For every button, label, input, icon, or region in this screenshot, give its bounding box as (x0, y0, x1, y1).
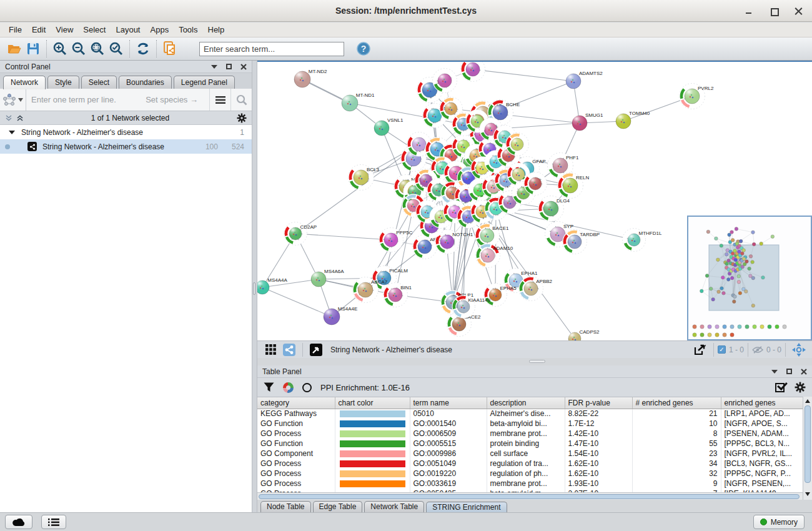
menu-edit[interactable]: Edit (27, 23, 51, 36)
network-collection-row[interactable]: String Network - Alzheimer's disease 1 (0, 125, 252, 139)
refresh-button[interactable] (134, 39, 152, 58)
enrichment-chart-icon[interactable] (283, 382, 294, 393)
network-node-pvrl2[interactable]: PVRL2 (679, 83, 714, 109)
column-header-fdr-p-value[interactable]: FDR p-value (565, 397, 632, 409)
zoom-selected-button[interactable] (107, 39, 126, 58)
network-node[interactable] (524, 172, 547, 196)
set-species-hint[interactable]: Set species → (146, 95, 198, 104)
open-session-button[interactable] (5, 39, 24, 58)
tab-node-table[interactable]: Node Table (260, 501, 311, 512)
remove-chart-icon[interactable] (302, 383, 312, 392)
vertical-splitter[interactable] (252, 61, 257, 512)
table-row[interactable]: GO ProcessGO:0033619membrane prot...1.93… (257, 479, 803, 489)
horizontal-scrollbar[interactable] (257, 492, 803, 500)
scroll-up-icon[interactable] (805, 399, 810, 403)
search-input[interactable] (199, 42, 344, 56)
birdseye-overview[interactable] (687, 216, 812, 340)
network-node-dlg4[interactable]: DLG4 (538, 196, 570, 222)
cloud-tasks-button[interactable] (5, 515, 32, 529)
maximize-button[interactable] (770, 7, 778, 16)
close-button[interactable] (795, 7, 803, 16)
network-node-cd2ap[interactable]: CD2AP (284, 222, 317, 246)
column-header-description[interactable]: description (487, 397, 565, 409)
column-header-category[interactable]: category (257, 397, 335, 409)
menu-apps[interactable]: Apps (146, 23, 174, 36)
table-row[interactable]: GO ProcessGO:0051049regulation of tra...… (257, 459, 803, 469)
expand-all-icon[interactable] (5, 114, 12, 122)
network-node-cadps2[interactable]: CADPS2 (568, 329, 600, 340)
network-node-bcl3[interactable]: BCL3 (348, 164, 379, 191)
task-history-button[interactable] (41, 515, 66, 529)
string-term-input[interactable] (31, 95, 146, 104)
tab-edge-table[interactable]: Edge Table (313, 501, 363, 512)
tab-style[interactable]: Style (47, 76, 79, 89)
zoom-out-button[interactable] (69, 39, 88, 58)
network-node[interactable] (438, 96, 464, 122)
clone-network-button[interactable] (161, 39, 179, 58)
menu-file[interactable]: File (4, 23, 27, 36)
menu-view[interactable]: View (51, 23, 78, 36)
enrichment-table[interactable]: categorychart colorterm namedescriptionF… (257, 397, 803, 492)
gear-icon[interactable] (795, 382, 806, 393)
gear-icon[interactable] (237, 113, 247, 123)
birdseye-toggle-button[interactable] (280, 340, 299, 359)
menu-help[interactable]: Help (203, 23, 230, 36)
network-node-smug1[interactable]: SMUG1 (572, 112, 603, 131)
network-row-selected[interactable]: String Network - Alzheimer's disease 100… (0, 139, 252, 154)
column-header-enriched-genes[interactable]: enriched genes (721, 397, 803, 409)
select-terms-checkbox-icon[interactable] (775, 383, 785, 392)
tab-select[interactable]: Select (81, 76, 117, 89)
export-network-button[interactable] (691, 340, 710, 359)
tab-network-table[interactable]: Network Table (364, 501, 424, 512)
minimize-button[interactable] (745, 7, 753, 16)
panel-menu-icon[interactable] (211, 65, 217, 69)
column-header-term-name[interactable]: term name (410, 397, 487, 409)
save-session-button[interactable] (24, 39, 42, 58)
filter-icon[interactable] (264, 382, 274, 392)
help-button[interactable]: ? (354, 39, 373, 58)
string-protein-query-selector[interactable] (0, 89, 26, 111)
network-node[interactable] (460, 62, 485, 82)
network-node-adam10[interactable]: ADAM10 (473, 241, 513, 269)
network-view[interactable]: MT-ND2MT-ND1VSNL1GAB2IRS1CHATBCHEACHEAPO… (257, 61, 812, 340)
tab-legend-panel[interactable]: Legend Panel (174, 76, 235, 89)
network-node[interactable] (432, 68, 457, 92)
memory-button[interactable]: Memory (753, 515, 805, 529)
table-row[interactable]: GO FunctionGO:0005515protein binding1.47… (257, 439, 803, 449)
tree-expand-icon[interactable] (9, 131, 15, 134)
detach-view-button[interactable] (307, 340, 325, 359)
network-node-mthfd1l[interactable]: MTHFD1L (623, 229, 662, 252)
pan-tool-button[interactable] (790, 340, 808, 359)
column-header--enriched-genes[interactable]: # enriched genes (632, 397, 721, 409)
table-row[interactable]: GO ComponentGO:0009986cell surface1.54E-… (257, 449, 803, 459)
table-row[interactable]: GO ProcessGO:0006509membrane prot...1.42… (257, 429, 803, 439)
network-node-bin1[interactable]: BIN1 (383, 282, 412, 307)
scroll-down-icon[interactable] (805, 492, 810, 496)
panel-float-icon[interactable] (786, 369, 792, 374)
zoom-in-button[interactable] (51, 39, 69, 58)
menu-layout[interactable]: Layout (111, 23, 145, 36)
network-node-mt-nd1[interactable]: MT-ND1 (342, 92, 375, 111)
menu-select[interactable]: Select (78, 23, 111, 36)
table-row[interactable]: GO FunctionGO:0001540beta-amyloid bi...1… (257, 419, 803, 429)
string-search-button[interactable] (230, 89, 252, 111)
network-node-tomm40[interactable]: TOMM40 (616, 111, 650, 129)
table-header-row[interactable]: categorychart colorterm namedescriptionF… (257, 397, 803, 409)
network-node-ppp5c[interactable]: PPP5C (379, 227, 412, 252)
panel-close-icon[interactable] (240, 64, 247, 70)
table-row[interactable]: KEGG Pathways05010Alzheimer's dise...8.8… (257, 409, 803, 419)
grid-mode-button[interactable] (261, 340, 280, 359)
network-node-adamts2[interactable]: ADAMTS2 (566, 71, 603, 89)
tab-string-enrichment[interactable]: STRING Enrichment (426, 502, 507, 513)
panel-menu-icon[interactable] (771, 370, 778, 374)
menu-tools[interactable]: Tools (174, 23, 202, 36)
panel-float-icon[interactable] (226, 64, 232, 69)
tab-network[interactable]: Network (3, 76, 46, 89)
zoom-fit-button[interactable] (88, 39, 107, 58)
horizontal-splitter[interactable] (257, 358, 812, 365)
table-row[interactable]: GO ProcessGO:0019220regulation of ph...1… (257, 469, 803, 479)
collapse-all-icon[interactable] (16, 114, 24, 122)
tab-boundaries[interactable]: Boundaries (119, 76, 172, 89)
panel-close-icon[interactable] (801, 369, 807, 375)
column-header-chart-color[interactable]: chart color (335, 397, 410, 409)
